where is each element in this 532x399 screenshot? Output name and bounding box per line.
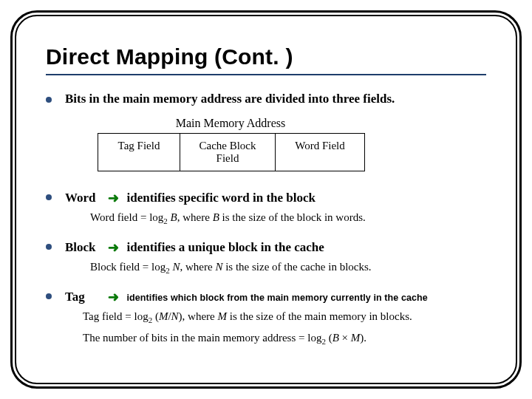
formula-tag-lhs: Tag field [83, 310, 123, 322]
bullet-dot-icon [46, 244, 52, 250]
formula-tag: Tag field = log2 (M/N), where M is the s… [83, 310, 486, 324]
formula-word-tail2: is the size of the block in words. [219, 211, 366, 223]
diagram-caption: Main Memory Address [98, 117, 364, 130]
formula-word: Word field = log2 B, where B is the size… [90, 211, 486, 225]
tag-term: Tag [65, 290, 102, 304]
bullet-word-text: Word ➜ identifies specific word in the b… [65, 189, 316, 205]
formula-word-arg: B [171, 211, 177, 223]
word-desc: identifies specific word in the block [127, 191, 316, 205]
bullet-intro-text: Bits in the main memory address are divi… [65, 92, 395, 106]
formula-word-lhs: Word field [90, 211, 137, 223]
arrow-right-icon: ➜ [108, 190, 119, 206]
formula-block-arg: N [172, 261, 180, 273]
formula-block-lhs: Block field [90, 261, 140, 273]
title-rule [46, 74, 486, 75]
bullet-tag-text: Tag ➜ identifies which block from the ma… [65, 288, 428, 304]
diagram-cell-tag: Tag Field [98, 134, 180, 171]
formula-block-tail1: , where [180, 261, 215, 273]
bullet-dot-icon [46, 293, 52, 299]
formula-block: Block field = log2 N, where N is the siz… [90, 261, 486, 275]
bullet-block: Block ➜ identifies a unique block in the… [46, 239, 486, 255]
slide-outer-border: Direct Mapping (Cont. ) Bits in the main… [10, 10, 522, 389]
diagram-cell-block: Cache Block Field [180, 134, 275, 171]
bullet-dot-icon [46, 194, 52, 200]
bullet-block-text: Block ➜ identifies a unique block in the… [65, 239, 324, 255]
bullet-intro: Bits in the main memory address are divi… [46, 92, 486, 106]
slide-inner-border: Direct Mapping (Cont. ) Bits in the main… [15, 15, 517, 384]
formula-word-tailvar: B [213, 211, 219, 223]
formula-total-lhs: The number of bits in the main memory ad… [83, 332, 296, 344]
bullet-tag: Tag ➜ identifies which block from the ma… [46, 288, 486, 304]
formula-tag-tail1: , where [183, 310, 218, 322]
formula-total: The number of bits in the main memory ad… [83, 332, 486, 346]
block-term: Block [65, 240, 102, 255]
block-desc: identifies a unique block in the cache [127, 240, 324, 254]
bullet-dot-icon [46, 97, 52, 103]
address-diagram: Main Memory Address Tag Field Cache Bloc… [98, 117, 486, 171]
diagram-boxes: Tag Field Cache Block Field Word Field [98, 133, 365, 171]
arrow-right-icon: ➜ [108, 239, 119, 256]
bullet-word: Word ➜ identifies specific word in the b… [46, 189, 486, 205]
word-term: Word [65, 191, 102, 205]
tag-desc: identifies which block from the main mem… [127, 293, 428, 303]
formula-block-tailvar: N [215, 261, 222, 273]
slide-title: Direct Mapping (Cont. ) [46, 44, 486, 69]
diagram-cell-word: Word Field [275, 134, 364, 171]
arrow-right-icon: ➜ [108, 289, 119, 305]
formula-tag-tailvar: M [218, 310, 228, 322]
formula-word-tail1: , where [177, 211, 213, 223]
formula-block-tail2: is the size of the cache in blocks. [222, 261, 371, 273]
formula-tag-tail2: is the size of the main memory in blocks… [227, 310, 412, 322]
